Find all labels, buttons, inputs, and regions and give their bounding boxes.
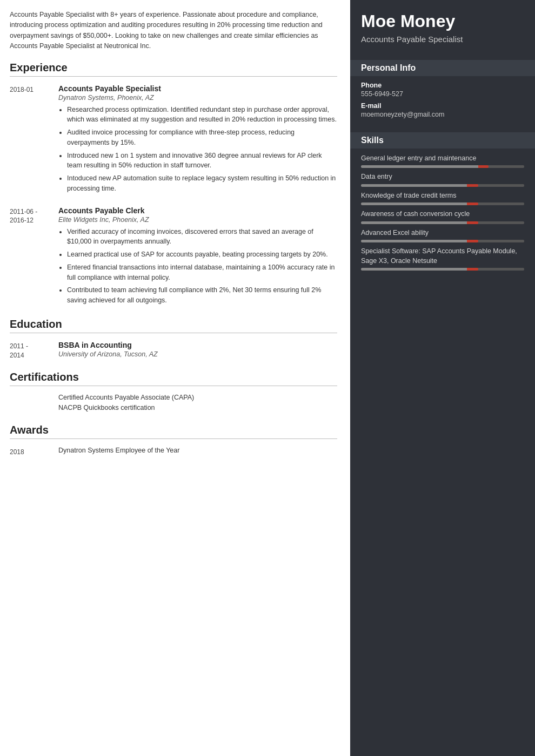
bullet: Audited invoice processing for complianc… (67, 127, 337, 148)
edu-entry-1: 2011 - 2014 BSBA in Accounting Universit… (10, 341, 337, 361)
exp-company-1: Dynatron Systems, Phoenix, AZ (58, 94, 337, 102)
cert-date-1 (10, 394, 58, 414)
exp-date-1: 2018-01 (10, 84, 58, 197)
skill-bar-1 (361, 184, 524, 187)
exp-date-2: 2011-06 - 2016-12 (10, 206, 58, 308)
exp-title-2: Accounts Payable Clerk (58, 206, 337, 215)
award-entry-1: 2018 Dynatron Systems Employee of the Ye… (10, 447, 337, 457)
cert-item-1: Certified Accounts Payable Associate (CA… (58, 394, 337, 401)
exp-content-2: Accounts Payable Clerk Elite Widgets Inc… (58, 206, 337, 308)
bullet: Intoduced new AP automation suite to rep… (67, 173, 337, 194)
skill-item-0: General ledger entry and maintenance (361, 154, 524, 168)
edu-company-1: University of Arizona, Tucson, AZ (58, 350, 337, 358)
skill-name-5: Specialist Software: SAP Accounts Payabl… (361, 247, 524, 266)
skill-item-2: Knowledge of trade credit terms (361, 191, 524, 206)
personal-info-section: Personal Info Phone 555-6949-527 E-mail … (350, 53, 535, 126)
certifications-heading: Certifications (10, 371, 337, 386)
skills-heading: Skills (350, 132, 535, 148)
phone-value: 555-6949-527 (361, 90, 524, 98)
certifications-section: Certifications Certified Accounts Payabl… (10, 371, 337, 414)
left-panel: Accounts Payable Specialist with 8+ year… (0, 0, 350, 756)
skill-bar-0 (361, 165, 524, 168)
awards-section: Awards 2018 Dynatron Systems Employee of… (10, 424, 337, 457)
skill-bar-3 (361, 221, 524, 224)
bullet: Introduced new 1 on 1 system and innovat… (67, 151, 337, 171)
exp-bullets-1: Researched process optimization. Identif… (58, 105, 337, 194)
skill-item-3: Awareness of cash conversion cycle (361, 210, 524, 224)
cert-content-1: Certified Accounts Payable Associate (CA… (58, 394, 337, 414)
cert-entry-1: Certified Accounts Payable Associate (CA… (10, 394, 337, 414)
exp-content-1: Accounts Payable Specialist Dynatron Sys… (58, 84, 337, 197)
experience-heading: Experience (10, 62, 337, 77)
bullet: Contributed to team achieving full compl… (67, 285, 337, 306)
skills-list: General ledger entry and maintenanceData… (361, 154, 524, 271)
bullet: Researched process optimization. Identif… (67, 105, 337, 125)
exp-title-1: Accounts Payable Specialist (58, 84, 337, 93)
exp-bullets-2: Verified accuracy of incoming invoices, … (58, 227, 337, 306)
skill-name-0: General ledger entry and maintenance (361, 154, 524, 164)
awards-heading: Awards (10, 424, 337, 439)
exp-company-2: Elite Widgets Inc, Phoenix, AZ (58, 216, 337, 224)
education-heading: Education (10, 318, 337, 333)
award-content-1: Dynatron Systems Employee of the Year (58, 447, 337, 457)
skill-name-4: Advanced Excel ability (361, 228, 524, 238)
candidate-name: Moe Money (361, 12, 524, 31)
skill-item-1: Data entry (361, 172, 524, 187)
email-label: E-mail (361, 102, 524, 110)
email-value: moemoneyzety@gmail.com (361, 111, 524, 118)
skill-name-1: Data entry (361, 172, 524, 182)
edu-content-1: BSBA in Accounting University of Arizona… (58, 341, 337, 361)
phone-label: Phone (361, 82, 524, 89)
skill-bar-4 (361, 240, 524, 242)
skill-item-5: Specialist Software: SAP Accounts Payabl… (361, 247, 524, 271)
skill-name-2: Knowledge of trade credit terms (361, 191, 524, 201)
bullet: Entered financial transactions into inte… (67, 262, 337, 283)
experience-section: Experience 2018-01 Accounts Payable Spec… (10, 62, 337, 308)
skill-item-4: Advanced Excel ability (361, 228, 524, 243)
candidate-title: Accounts Payable Specialist (361, 34, 524, 45)
skill-name-3: Awareness of cash conversion cycle (361, 210, 524, 219)
education-section: Education 2011 - 2014 BSBA in Accounting… (10, 318, 337, 361)
bullet: Verified accuracy of incoming invoices, … (67, 227, 337, 247)
right-header: Moe Money Accounts Payable Specialist (350, 0, 535, 53)
award-date-1: 2018 (10, 447, 58, 457)
skill-bar-2 (361, 202, 524, 205)
skills-section: Skills General ledger entry and maintena… (350, 126, 535, 275)
bullet: Learned practical use of SAP for account… (67, 249, 337, 260)
exp-entry-2: 2011-06 - 2016-12 Accounts Payable Clerk… (10, 206, 337, 308)
edu-date-1: 2011 - 2014 (10, 341, 58, 361)
award-text-1: Dynatron Systems Employee of the Year (58, 447, 337, 454)
edu-title-1: BSBA in Accounting (58, 341, 337, 349)
skill-bar-5 (361, 268, 524, 271)
right-panel: Moe Money Accounts Payable Specialist Pe… (350, 0, 535, 756)
personal-info-heading: Personal Info (350, 60, 535, 76)
cert-item-2: NACPB Quickbooks certification (58, 404, 337, 411)
exp-entry-1: 2018-01 Accounts Payable Specialist Dyna… (10, 84, 337, 197)
summary: Accounts Payable Specialist with 8+ year… (10, 10, 337, 52)
